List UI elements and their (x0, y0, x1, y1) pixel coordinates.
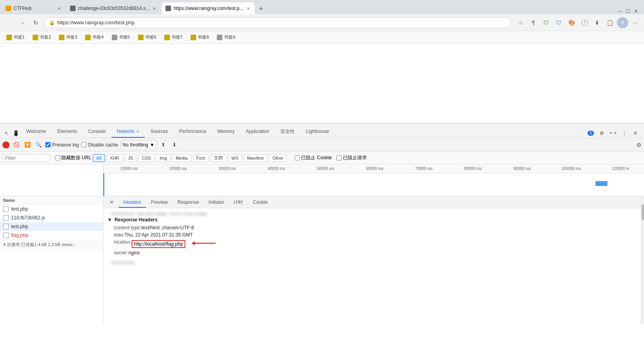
bookmark-8[interactable]: 书签8 (187, 33, 212, 41)
devtools-device-icon[interactable]: 📱 (11, 128, 21, 138)
details-scrollbar[interactable] (641, 196, 644, 324)
response-headers-label: Response Headers (115, 217, 158, 223)
details-tab-timing[interactable]: 计时 (229, 197, 248, 208)
devtools-more-icon[interactable]: ⋮ (619, 128, 629, 138)
maximize-button[interactable]: ☐ (625, 8, 631, 14)
disable-cache-checkbox[interactable] (81, 142, 86, 147)
collections-icon[interactable]: 📋 (604, 17, 615, 28)
filter-manifest-button[interactable]: Manifest (243, 154, 267, 162)
address-bar: ← → ↻ 🔒 https://www.raingray.com/test.ph… (0, 14, 644, 31)
details-tab-headers[interactable]: Headers (119, 197, 146, 208)
filter-media-button[interactable]: Media (172, 154, 191, 162)
shield2-icon[interactable]: 🛡 (553, 17, 564, 28)
reload-button[interactable]: ↻ (30, 17, 41, 28)
clear-button[interactable]: 🚫 (12, 141, 21, 149)
search-button[interactable]: 🔍 (34, 141, 43, 149)
bookmark-1[interactable]: 书签1 (3, 33, 28, 41)
back-button[interactable]: ← (3, 17, 14, 28)
tab-sources[interactable]: Sources (145, 126, 173, 138)
bookmark-icon-6 (138, 35, 144, 40)
tab-close-ctfhub[interactable]: ✕ (56, 6, 61, 12)
record-button[interactable] (2, 141, 10, 148)
details-close-btn[interactable]: ✕ (105, 197, 119, 208)
file-row-test2[interactable]: test.php (0, 222, 103, 231)
bookmark-9[interactable]: 书签9 (214, 33, 238, 41)
download-button[interactable]: ⬇ (170, 141, 179, 149)
disable-cache-label[interactable]: Disable cache (81, 142, 118, 148)
filter-ws-button[interactable]: WS (228, 154, 242, 162)
profile-icon[interactable]: A (617, 17, 628, 28)
devtools-close-icon[interactable]: ✕ (630, 128, 640, 138)
bookmark-5[interactable]: 书签5 (109, 33, 133, 41)
url-box[interactable]: 🔒 https://www.raingray.com/test.php (44, 17, 511, 28)
file-row-js1[interactable]: 118.fb73b062.js (0, 213, 103, 222)
shield-icon[interactable]: 🛡 (541, 17, 552, 28)
bookmark-4[interactable]: 书签4 (82, 33, 107, 41)
filter-other-button[interactable]: Other (269, 154, 287, 162)
minimize-button[interactable]: — (617, 8, 623, 14)
bookmark-7[interactable]: 书签7 (161, 33, 186, 41)
filter-xhr-button[interactable]: XHR (107, 154, 123, 162)
blocked-cookies-label[interactable]: 已阻止 Cookie (295, 154, 332, 161)
reader-icon[interactable]: ¶ (528, 17, 539, 28)
menu-icon[interactable]: ··· (630, 17, 641, 28)
filter-doc-button[interactable]: 文档 (210, 154, 226, 162)
hide-data-urls-label[interactable]: 隐藏数据 URL (55, 154, 91, 161)
file-row-test1[interactable]: test.php (0, 205, 103, 213)
tab-console[interactable]: Console (83, 126, 111, 138)
network-settings-icon[interactable]: ⚙ (636, 142, 642, 148)
tab-application[interactable]: Application (240, 126, 275, 138)
tab-close-raingray[interactable]: ✕ (246, 6, 251, 12)
response-headers-title[interactable]: ▼ Response Headers (107, 217, 637, 223)
details-tab-cookie[interactable]: Cookie (248, 197, 272, 208)
upload-button[interactable]: ⬆ (159, 141, 167, 149)
tab-lighthouse[interactable]: Lighthouse (300, 126, 335, 138)
filter-button[interactable]: 🔽 (23, 141, 32, 149)
details-tab-initiator[interactable]: Initiator (204, 197, 229, 208)
browser-tab-raingray[interactable]: https://www.raingray.com/test.p... ✕ (161, 2, 255, 14)
favorites-icon[interactable]: ☆ (515, 17, 526, 28)
devtools-cursor-icon[interactable]: ↖ (2, 128, 11, 138)
tab-elements[interactable]: Elements (52, 126, 83, 138)
preserve-log-label[interactable]: Preserve log (45, 142, 79, 148)
ruler-mark-10: 110000 m (595, 166, 644, 171)
bookmark-3[interactable]: 书签3 (56, 33, 80, 41)
hide-data-urls-checkbox[interactable] (55, 155, 60, 160)
forward-button[interactable]: → (17, 17, 28, 28)
download-icon[interactable]: ⬇ (591, 17, 603, 28)
filter-input[interactable] (2, 154, 50, 162)
tab-welcome[interactable]: Welcome (21, 126, 52, 138)
scrollbar-thumb[interactable] (642, 204, 644, 220)
blocked-cookies-checkbox[interactable] (295, 155, 300, 160)
filter-all-button[interactable]: All (93, 154, 105, 162)
bookmark-2[interactable]: 书签2 (29, 33, 54, 41)
filter-font-button[interactable]: Font (193, 154, 209, 162)
bookmark-icon-3 (59, 35, 64, 40)
tab-network[interactable]: Network ✕ (111, 126, 145, 138)
throttle-select[interactable]: No throttling ▼ (121, 141, 157, 149)
file-row-flag[interactable]: flag.php (0, 231, 103, 240)
blocked-requests-checkbox[interactable] (337, 155, 342, 160)
blocked-requests-label[interactable]: 已阻止请求 (337, 154, 367, 161)
filter-js-button[interactable]: JS (125, 154, 137, 162)
filter-css-button[interactable]: CSS (138, 154, 155, 162)
tab-memory[interactable]: Memory (212, 126, 240, 138)
tab-security[interactable]: 安全性 (275, 126, 300, 138)
browser-tab-challenge[interactable]: challenge-03c63c03532d6814.s... ✕ (66, 2, 161, 14)
filter-img-button[interactable]: Img (156, 154, 170, 162)
close-button[interactable]: ✕ (633, 8, 639, 14)
color-icon[interactable]: 🎨 (566, 17, 577, 28)
browser-tab-ctfhub[interactable]: CTFHub ✕ (2, 2, 65, 14)
devtools-settings-icon[interactable]: ⚙ (597, 128, 607, 138)
network-tab-close[interactable]: ✕ (136, 129, 139, 134)
history-icon[interactable]: 🕐 (579, 17, 590, 28)
details-tab-response[interactable]: Response (173, 197, 204, 208)
new-tab-button[interactable]: + (255, 3, 267, 14)
bookmark-6[interactable]: 书签6 (135, 33, 160, 41)
details-tab-preview[interactable]: Preview (146, 197, 173, 208)
tab-performance[interactable]: Performance (173, 126, 212, 138)
tab-close-challenge[interactable]: ✕ (152, 6, 157, 12)
devtools-connections-icon[interactable]: ⚬⚬ (608, 128, 618, 138)
preserve-log-checkbox[interactable] (45, 142, 51, 147)
bookmark-icon-1 (6, 35, 12, 40)
